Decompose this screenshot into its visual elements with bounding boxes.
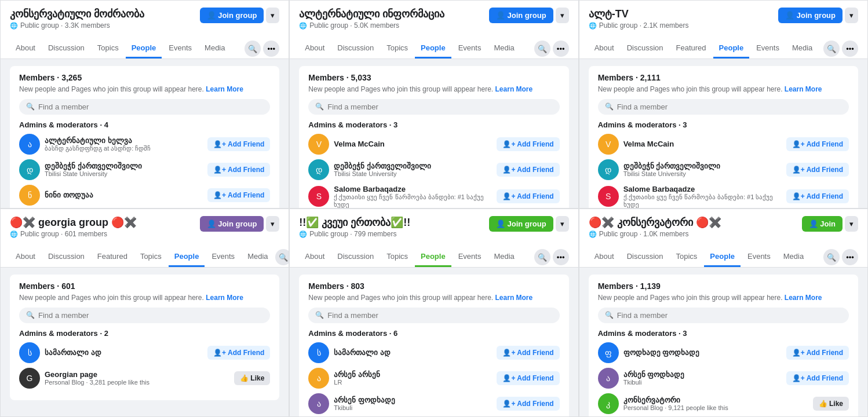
nav-tab-discussion[interactable]: Discussion (621, 247, 669, 267)
add-friend-button[interactable]: 👤+ Add Friend (207, 137, 270, 151)
join-group-button[interactable]: 👤 Join group (200, 8, 264, 23)
more-options-button[interactable]: ▾ (266, 8, 279, 23)
more-nav-button[interactable]: ••• (842, 249, 858, 265)
add-friend-button[interactable]: 👤+ Add Friend (786, 189, 849, 203)
nav-tab-events[interactable]: Events (206, 247, 240, 267)
nav-tab-topics[interactable]: Topics (92, 39, 125, 58)
more-options-button[interactable]: ▾ (845, 216, 858, 232)
learn-more-link[interactable]: Learn More (785, 294, 822, 302)
nav-tab-media[interactable]: Media (488, 39, 520, 58)
nav-tab-events[interactable]: Events (453, 39, 487, 58)
nav-tab-media[interactable]: Media (199, 39, 231, 58)
nav-tab-media[interactable]: Media (786, 39, 818, 58)
more-options-button[interactable]: ▾ (266, 216, 279, 232)
more-options-button[interactable]: ▾ (845, 8, 858, 23)
nav-tab-about[interactable]: About (299, 39, 330, 58)
more-nav-button[interactable]: ••• (842, 41, 858, 57)
panel-panel2: ალტერნატიული ინფორმაცია 🌐 Public group ·… (289, 0, 578, 209)
nav-tab-people[interactable]: People (415, 39, 451, 58)
find-member-input[interactable] (617, 103, 842, 111)
search-button[interactable]: 🔍 (823, 249, 840, 265)
like-button[interactable]: 👍 Like (813, 397, 849, 411)
nav-tab-people[interactable]: People (126, 39, 162, 58)
add-friend-button[interactable]: 👤+ Add Friend (497, 346, 559, 360)
add-friend-button[interactable]: 👤+ Add Friend (497, 189, 559, 203)
learn-more-link[interactable]: Learn More (785, 85, 822, 93)
nav-tab-media[interactable]: Media (778, 247, 809, 267)
nav-tab-about[interactable]: About (299, 247, 330, 267)
nav-tab-discussion[interactable]: Discussion (42, 247, 90, 267)
join-group-button[interactable]: 👤 Join (802, 216, 843, 232)
nav-tab-events[interactable]: Events (453, 247, 487, 267)
nav-tab-media[interactable]: Media (242, 247, 273, 267)
nav-tab-about[interactable]: About (10, 39, 41, 58)
join-group-button[interactable]: 👤 Join group (200, 216, 264, 232)
join-group-button[interactable]: 👤 Join group (778, 8, 843, 23)
member-row: V Velma McCain 👤+ Add Friend (308, 134, 559, 155)
more-options-button[interactable]: ▾ (556, 8, 569, 23)
find-member-input[interactable] (38, 103, 263, 111)
nav-tab-media[interactable]: Media (488, 247, 520, 267)
search-button[interactable]: 🔍 (534, 249, 550, 265)
add-friend-button[interactable]: 👤+ Add Friend (786, 371, 849, 385)
find-member-input[interactable] (38, 311, 263, 320)
members-sub: New people and Pages who join this group… (19, 85, 270, 94)
join-group-button[interactable]: 👤 Join group (489, 216, 553, 232)
nav-tab-events[interactable]: Events (742, 247, 776, 267)
find-member-input[interactable] (327, 103, 552, 111)
nav-tab-about[interactable]: About (10, 247, 41, 267)
member-name: Salome Barbaqadze (623, 185, 782, 193)
add-friend-button[interactable]: 👤+ Add Friend (207, 188, 270, 202)
nav-tab-topics[interactable]: Topics (670, 247, 703, 267)
add-friend-button[interactable]: 👤+ Add Friend (497, 163, 559, 177)
add-friend-button[interactable]: 👤+ Add Friend (497, 397, 559, 411)
nav-tab-events[interactable]: Events (163, 39, 198, 58)
member-row: V Velma McCain 👤+ Add Friend (598, 134, 849, 155)
nav-tab-discussion[interactable]: Discussion (42, 39, 90, 58)
search-button[interactable]: 🔍 (245, 41, 261, 57)
search-button[interactable]: 🔍 (275, 249, 290, 265)
nav-tab-featured[interactable]: Featured (92, 247, 133, 267)
add-friend-button[interactable]: 👤+ Add Friend (207, 346, 270, 360)
nav-tab-featured[interactable]: Featured (670, 39, 712, 58)
nav-tab-about[interactable]: About (589, 247, 620, 267)
learn-more-link[interactable]: Learn More (206, 85, 243, 93)
nav-tab-topics[interactable]: Topics (381, 247, 414, 267)
nav-tab-people[interactable]: People (415, 247, 451, 267)
header-row: 🔴✖️ georgia group 🔴✖️ 🌐 Public group · 6… (10, 216, 279, 247)
search-button[interactable]: 🔍 (534, 41, 550, 57)
add-friend-button[interactable]: 👤+ Add Friend (497, 371, 559, 385)
nav-tab-discussion[interactable]: Discussion (331, 39, 380, 58)
header-row: !!✅ კვეუი ერთობა✅!! 🌐 Public group · 799… (299, 216, 568, 247)
group-meta: 🌐 Public group · 799 members (299, 230, 489, 238)
nav-tab-people[interactable]: People (169, 247, 205, 267)
nav-tab-topics[interactable]: Topics (381, 39, 414, 58)
learn-more-link[interactable]: Learn More (495, 85, 533, 93)
nav-tab-events[interactable]: Events (750, 39, 785, 58)
add-friend-button[interactable]: 👤+ Add Friend (786, 137, 849, 151)
find-member-input[interactable] (617, 311, 842, 320)
search-button[interactable]: 🔍 (823, 41, 840, 57)
more-nav-button[interactable]: ••• (553, 249, 569, 265)
nav-tab-people[interactable]: People (704, 247, 741, 267)
group-meta-text: Public group · 5.0K members (309, 21, 399, 30)
nav-tab-topics[interactable]: Topics (134, 247, 167, 267)
more-nav-button[interactable]: ••• (263, 41, 279, 57)
more-options-button[interactable]: ▾ (556, 216, 569, 232)
join-group-button[interactable]: 👤 Join group (489, 8, 553, 23)
learn-more-link[interactable]: Learn More (206, 294, 243, 302)
nav-tab-discussion[interactable]: Discussion (621, 39, 669, 58)
nav-tab-about[interactable]: About (589, 39, 620, 58)
find-member-input[interactable] (327, 311, 552, 320)
search-box: 🔍 (19, 99, 270, 115)
add-friend-button[interactable]: 👤+ Add Friend (207, 163, 270, 177)
nav-tab-people[interactable]: People (713, 39, 750, 58)
add-friend-button[interactable]: 👤+ Add Friend (786, 346, 849, 360)
learn-more-link[interactable]: Learn More (495, 294, 533, 302)
add-friend-button[interactable]: 👤+ Add Friend (786, 163, 849, 177)
like-button[interactable]: 👍 Like (234, 371, 270, 385)
add-friend-button[interactable]: 👤+ Add Friend (497, 137, 559, 151)
member-name: ალტერნატიული ხელვა (45, 136, 203, 145)
more-nav-button[interactable]: ••• (553, 41, 569, 57)
nav-tab-discussion[interactable]: Discussion (331, 247, 380, 267)
